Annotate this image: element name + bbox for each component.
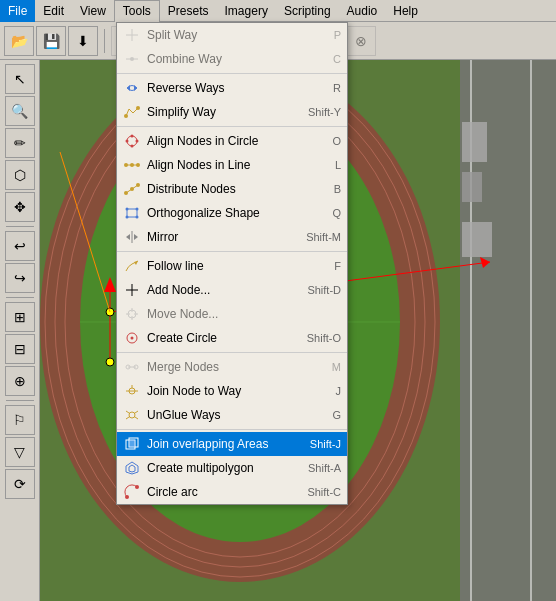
svg-point-43: [126, 208, 129, 211]
split-way-shortcut: P: [334, 29, 341, 41]
menu-item-simplify-way[interactable]: Simplify Way Shift-Y: [117, 100, 347, 124]
left-sidebar: ↖ 🔍 ✏ ⬡ ✥ ↩ ↪ ⊞ ⊟ ⊕ ⚐ ▽ ⟳: [0, 60, 40, 601]
follow-line-icon: [123, 257, 141, 275]
svg-rect-0: [460, 22, 556, 601]
split-way-label: Split Way: [147, 28, 326, 42]
ortho-label: Orthogonalize Shape: [147, 206, 324, 220]
simplify-way-icon: [123, 103, 141, 121]
simplify-way-label: Simplify Way: [147, 105, 300, 119]
svg-point-74: [125, 495, 129, 499]
menu-item-merge-nodes[interactable]: Merge Nodes M: [117, 355, 347, 379]
menu-item-multipolygon[interactable]: Create multipolygon Shift-A: [117, 456, 347, 480]
align-circle-label: Align Nodes in Circle: [147, 134, 324, 148]
svg-rect-12: [462, 172, 482, 202]
menu-item-align-circle[interactable]: Align Nodes in Circle O: [117, 129, 347, 153]
join-overlapping-icon: [123, 435, 141, 453]
tool-zoom[interactable]: 🔍: [5, 96, 35, 126]
tool-relations[interactable]: ⊕: [5, 366, 35, 396]
join-overlapping-shortcut: Shift-J: [310, 438, 341, 450]
menu-item-mirror[interactable]: Mirror Shift-M: [117, 225, 347, 249]
tool-layers[interactable]: ⊞: [5, 302, 35, 332]
toolbar-open[interactable]: 📂: [4, 26, 34, 56]
unglue-label: UnGlue Ways: [147, 408, 324, 422]
menu-help[interactable]: Help: [385, 0, 426, 22]
merge-nodes-icon: [123, 358, 141, 376]
svg-rect-13: [462, 222, 492, 257]
tool-tags[interactable]: ⊟: [5, 334, 35, 364]
menu-tools[interactable]: Tools: [114, 0, 160, 22]
menu-scripting[interactable]: Scripting: [276, 0, 339, 22]
svg-point-41: [136, 183, 140, 187]
combine-way-label: Combine Way: [147, 52, 325, 66]
menu-presets[interactable]: Presets: [160, 0, 217, 22]
menu-item-align-line[interactable]: Align Nodes in Line L: [117, 153, 347, 177]
tool-undo[interactable]: ↩: [5, 231, 35, 261]
svg-point-44: [136, 208, 139, 211]
tool-filter[interactable]: ▽: [5, 437, 35, 467]
circle-arc-shortcut: Shift-C: [307, 486, 341, 498]
distribute-label: Distribute Nodes: [147, 182, 326, 196]
menu-item-add-node[interactable]: Add Node... Shift-D: [117, 278, 347, 302]
combine-way-shortcut: C: [333, 53, 341, 65]
menu-item-unglue[interactable]: UnGlue Ways G: [117, 403, 347, 427]
menu-item-join-node[interactable]: Join Node to Way J: [117, 379, 347, 403]
svg-marker-73: [129, 465, 135, 472]
separator-4: [117, 352, 347, 353]
unglue-icon: [123, 406, 141, 424]
toolbar-disconnect[interactable]: ⊗: [346, 26, 376, 56]
separator-2: [117, 126, 347, 127]
distribute-icon: [123, 180, 141, 198]
move-node-icon: [123, 305, 141, 323]
menu-item-combine-way[interactable]: Combine Way C: [117, 47, 347, 71]
menu-audio[interactable]: Audio: [339, 0, 386, 22]
tool-draw[interactable]: ✏: [5, 128, 35, 158]
follow-line-shortcut: F: [334, 260, 341, 272]
mirror-label: Mirror: [147, 230, 298, 244]
unglue-shortcut: G: [332, 409, 341, 421]
menu-item-split-way[interactable]: Split Way P: [117, 23, 347, 47]
tool-node[interactable]: ⬡: [5, 160, 35, 190]
menu-edit[interactable]: Edit: [35, 0, 72, 22]
separator-3: [117, 251, 347, 252]
circle-arc-label: Circle arc: [147, 485, 299, 499]
svg-point-28: [136, 106, 140, 110]
tool-redo[interactable]: ↪: [5, 263, 35, 293]
tool-validator[interactable]: ⚐: [5, 405, 35, 435]
simplify-way-shortcut: Shift-Y: [308, 106, 341, 118]
menu-item-create-circle[interactable]: Create Circle Shift-O: [117, 326, 347, 350]
menu-item-join-overlapping[interactable]: Join overlapping Areas Shift-J: [117, 432, 347, 456]
menu-item-move-node[interactable]: Move Node...: [117, 302, 347, 326]
menu-view[interactable]: View: [72, 0, 114, 22]
tool-history[interactable]: ⟳: [5, 469, 35, 499]
svg-point-32: [131, 145, 134, 148]
svg-point-19: [106, 358, 114, 366]
create-circle-icon: [123, 329, 141, 347]
follow-line-label: Follow line: [147, 259, 326, 273]
menu-file[interactable]: File: [0, 0, 35, 22]
svg-point-31: [136, 140, 139, 143]
svg-point-36: [130, 163, 134, 167]
toolbar-download[interactable]: ⬇: [68, 26, 98, 56]
svg-point-46: [126, 216, 129, 219]
svg-point-24: [130, 57, 134, 61]
menu-item-distribute[interactable]: Distribute Nodes B: [117, 177, 347, 201]
reverse-ways-shortcut: R: [333, 82, 341, 94]
combine-way-icon: [123, 50, 141, 68]
menu-item-follow-line[interactable]: Follow line F: [117, 254, 347, 278]
menu-imagery[interactable]: Imagery: [217, 0, 276, 22]
svg-point-39: [124, 191, 128, 195]
circle-arc-icon: [123, 483, 141, 501]
merge-nodes-label: Merge Nodes: [147, 360, 324, 374]
svg-point-75: [135, 485, 139, 489]
align-line-label: Align Nodes in Line: [147, 158, 327, 172]
create-circle-label: Create Circle: [147, 331, 299, 345]
menu-item-ortho[interactable]: Orthogonalize Shape Q: [117, 201, 347, 225]
tool-move[interactable]: ✥: [5, 192, 35, 222]
tool-select[interactable]: ↖: [5, 64, 35, 94]
sidebar-sep1: [6, 226, 34, 227]
svg-point-35: [124, 163, 128, 167]
menu-item-circle-arc[interactable]: Circle arc Shift-C: [117, 480, 347, 504]
toolbar-save[interactable]: 💾: [36, 26, 66, 56]
svg-point-37: [136, 163, 140, 167]
menu-item-reverse-ways[interactable]: Reverse Ways R: [117, 76, 347, 100]
